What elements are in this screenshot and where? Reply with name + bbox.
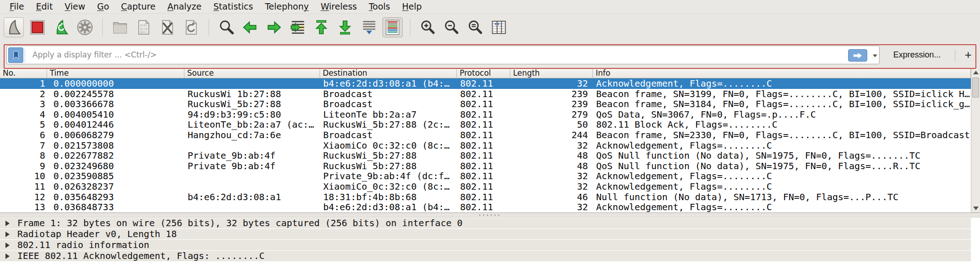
apply-arrow-icon[interactable]: [848, 49, 867, 62]
menu-item-analyze[interactable]: Analyze: [162, 0, 208, 14]
packet-cell: 0.004012446: [47, 119, 184, 130]
packet-cell: b4:e6:2d:d3:08:a1 (b4:…: [320, 202, 457, 212]
packet-cell: Broadcast: [320, 89, 457, 99]
detail-tree-row[interactable]: 802.11 radio information: [0, 240, 971, 250]
column-header-time[interactable]: Time: [47, 68, 184, 78]
pane-splitter[interactable]: ••••••: [0, 212, 980, 217]
column-header-source[interactable]: Source: [184, 68, 320, 78]
expand-arrow-icon[interactable]: [5, 221, 10, 226]
go-forward-icon[interactable]: [264, 17, 284, 37]
packet-row-10[interactable]: 100.023590885Private_9b:ab:4f (dc:f…802.…: [0, 171, 971, 181]
menu-item-statistics[interactable]: Statistics: [208, 0, 259, 14]
menu-item-tools[interactable]: Tools: [363, 0, 396, 14]
capture-options-gear-icon[interactable]: [75, 17, 95, 37]
restart-capture-icon[interactable]: [51, 17, 71, 37]
packet-cell: 10: [0, 171, 47, 181]
menu-item-telephony[interactable]: Telephony: [259, 0, 314, 14]
packet-row-1[interactable]: 10.000000000b4:e6:2d:d3:08:a1 (b4:…802.1…: [0, 78, 971, 89]
menu-bar: FileEditViewGoCaptureAnalyzeStatisticsTe…: [0, 0, 980, 14]
packet-cell: 802.11: [457, 78, 510, 89]
packet-row-2[interactable]: 20.002245578RuckusWi_1b:27:88Broadcast80…: [0, 89, 971, 99]
packet-cell: 0.023590885: [47, 171, 184, 181]
filter-placeholder-text: Apply a display filter ... <Ctrl-/>: [32, 46, 157, 64]
detail-tree-row[interactable]: Radiotap Header v0, Length 18: [0, 229, 971, 239]
packet-cell: 48: [510, 150, 593, 161]
add-filter-button[interactable]: +: [959, 45, 977, 65]
menu-item-edit[interactable]: Edit: [30, 0, 59, 14]
column-header-length[interactable]: Length: [510, 68, 593, 78]
resize-columns-icon[interactable]: [489, 17, 509, 37]
packet-cell: 50: [510, 119, 593, 130]
packet-cell: 13: [0, 202, 47, 212]
packet-row-3[interactable]: 30.003366678RuckusWi_5b:27:88Broadcast80…: [0, 99, 971, 109]
menu-item-go[interactable]: Go: [91, 0, 115, 14]
packet-row-12[interactable]: 120.035648293b4:e6:2d:d3:08:a118:31:bf:4…: [0, 192, 971, 202]
menu-item-help[interactable]: Help: [396, 0, 428, 14]
detail-row-text: Frame 1: 32 bytes on wire (256 bits), 32…: [17, 218, 462, 228]
packet-cell: 244: [510, 130, 593, 140]
packet-cell: RuckusWi_5b:27:88: [320, 161, 457, 171]
column-header-protocol[interactable]: Protocol: [457, 68, 510, 78]
chevron-down-icon[interactable]: [871, 52, 879, 60]
go-first-packet-icon[interactable]: [311, 17, 331, 37]
scrollbar-thumb[interactable]: [972, 78, 979, 98]
go-last-packet-icon[interactable]: [335, 17, 355, 37]
scroll-down-icon[interactable]: [971, 204, 980, 212]
detail-tree-row[interactable]: IEEE 802.11 Acknowledgement, Flags: ....…: [0, 251, 971, 261]
column-header-destination[interactable]: Destination: [320, 68, 457, 78]
packet-cell: 6: [0, 130, 47, 140]
colorize-packets-icon[interactable]: [383, 17, 403, 37]
packet-cell: Null function (No data), SN=1713, FN=0, …: [593, 192, 971, 202]
expand-arrow-icon[interactable]: [5, 232, 10, 237]
packet-cell: 802.11: [457, 119, 510, 130]
go-back-icon[interactable]: [240, 17, 260, 37]
detail-tree-row[interactable]: Frame 1: 32 bytes on wire (256 bits), 32…: [0, 218, 971, 228]
expand-arrow-icon[interactable]: [5, 243, 10, 248]
packet-row-4[interactable]: 40.00400541094:d9:b3:99:c5:80LiteonTe_bb…: [0, 109, 971, 120]
menu-item-wireless[interactable]: Wireless: [314, 0, 363, 14]
menu-item-view[interactable]: View: [59, 0, 91, 14]
column-header-info[interactable]: Info: [593, 68, 971, 78]
packet-row-11[interactable]: 110.026328237XiaomiCo_0c:32:c0 (8c:…802.…: [0, 181, 971, 192]
zoom-in-icon[interactable]: [418, 17, 438, 37]
wireshark-fin-start-capture-icon[interactable]: [4, 17, 24, 37]
packet-cell: 32: [510, 171, 593, 181]
packet-cell: b4:e6:2d:d3:08:a1 (b4:…: [320, 78, 457, 89]
display-filter-input[interactable]: Apply a display filter ... <Ctrl-/>: [6, 46, 880, 64]
save-file-icon[interactable]: 010101100011: [134, 17, 154, 37]
close-file-icon[interactable]: [157, 17, 178, 37]
packet-cell: 802.11: [457, 89, 510, 99]
packet-cell: 802.11: [457, 99, 510, 109]
go-to-packet-icon[interactable]: [288, 17, 308, 37]
expand-arrow-icon[interactable]: [5, 253, 10, 259]
packet-cell: Acknowledgement, Flags=........C: [593, 171, 971, 181]
auto-scroll-icon[interactable]: [359, 17, 379, 37]
open-file-folder-icon[interactable]: [110, 17, 130, 37]
packet-row-13[interactable]: 130.036848733b4:e6:2d:d3:08:a1 (b4:…802.…: [0, 202, 971, 212]
packet-row-8[interactable]: 80.022677882Private_9b:ab:4fRuckusWi_5b:…: [0, 150, 971, 161]
menu-item-file[interactable]: File: [4, 0, 30, 14]
bookmark-icon[interactable]: [8, 47, 23, 63]
packet-row-6[interactable]: 60.006068279Hangzhou_cd:7a:6eBroadcast80…: [0, 130, 971, 140]
packet-row-5[interactable]: 50.004012446LiteonTe_bb:2a:a7 (ac:…Rucku…: [0, 119, 971, 130]
column-header-no[interactable]: No.: [0, 68, 47, 78]
packet-cell: 5: [0, 119, 47, 130]
menu-item-capture[interactable]: Capture: [115, 0, 162, 14]
packet-cell: 1: [0, 78, 47, 89]
find-packet-icon[interactable]: [216, 17, 236, 37]
stop-capture-icon[interactable]: [27, 17, 47, 37]
packet-list-scrollbar[interactable]: [971, 68, 980, 212]
zoom-reset-icon[interactable]: [465, 17, 485, 37]
packet-cell: Broadcast: [320, 130, 457, 140]
packet-row-9[interactable]: 90.023249680Private_9b:ab:4fRuckusWi_5b:…: [0, 161, 971, 171]
reload-file-icon[interactable]: [181, 17, 201, 37]
packet-cell: 0.006068279: [47, 130, 184, 140]
packet-row-7[interactable]: 70.021573808XiaomiCo_0c:32:c0 (8c:…802.1…: [0, 140, 971, 151]
zoom-out-icon[interactable]: [441, 17, 461, 37]
packet-cell: 3: [0, 99, 47, 109]
packet-cell: 279: [510, 109, 593, 120]
expression-button[interactable]: Expression...: [885, 46, 949, 64]
scroll-up-icon[interactable]: [971, 68, 980, 77]
packet-cell: 0.003366678: [47, 99, 184, 109]
packet-cell: Private_9b:ab:4f: [184, 150, 320, 161]
